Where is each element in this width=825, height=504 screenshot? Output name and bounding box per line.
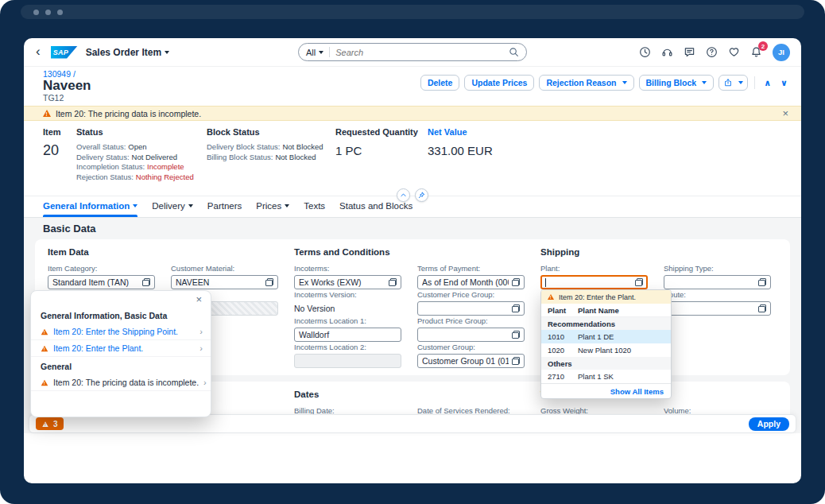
window-control-dot[interactable] (33, 10, 39, 15)
update-prices-button[interactable]: Update Prices (464, 75, 534, 91)
user-avatar[interactable]: JI (773, 44, 790, 61)
net-value-label[interactable]: Net Value (428, 127, 493, 137)
clock-icon[interactable] (639, 46, 651, 58)
suggestion-warning: Item 20: Enter the Plant. (541, 290, 671, 304)
warning-icon (41, 345, 48, 351)
suggestion-group-header: Others (541, 357, 671, 370)
back-button[interactable]: ‹ (33, 45, 43, 60)
notifications-bell-icon[interactable]: 2 (750, 46, 762, 58)
terms-of-payment-input[interactable]: As of End of Month (0004) (417, 275, 525, 289)
facet-block-status: Block Status Delivery Block Status:Not B… (207, 127, 326, 196)
show-all-items-link[interactable]: Show All Items (541, 383, 671, 398)
message-strip-text: Item 20: The pricing data is incomplete. (56, 109, 201, 118)
incoterms-version-text: No Version (294, 301, 401, 313)
product-price-group-input[interactable] (417, 328, 525, 342)
item-category-input[interactable]: Standard Item (TAN) (48, 275, 155, 289)
value-help-icon[interactable] (512, 331, 520, 339)
suggestion-row[interactable]: 1010 Plant 1 DE (541, 330, 671, 343)
navigate-up-button[interactable]: ∧ (761, 78, 773, 88)
section-title: Basic Data (43, 223, 790, 235)
window-control-dot[interactable] (45, 10, 51, 15)
value-help-icon[interactable] (758, 278, 766, 286)
suggestion-group-header: Recommendations (541, 317, 671, 330)
tab-partners[interactable]: Partners (207, 201, 242, 217)
tab-texts[interactable]: Texts (304, 201, 325, 217)
field-label: Item Category: (48, 264, 155, 273)
route-input[interactable] (664, 301, 771, 316)
share-button[interactable] (718, 75, 748, 91)
facet-label: Item (43, 127, 67, 137)
shell-actions: 2 JI (639, 44, 792, 61)
incoterms-input[interactable]: Ex Works (EXW) (294, 275, 401, 289)
headset-icon[interactable] (661, 46, 673, 58)
search-icon[interactable] (509, 47, 519, 57)
value-help-icon[interactable] (758, 304, 766, 312)
collapse-header-button[interactable] (397, 188, 410, 202)
popover-group-header: General (31, 362, 211, 371)
value-help-icon[interactable] (142, 278, 150, 286)
chevron-down-icon (188, 204, 193, 207)
tab-delivery[interactable]: Delivery (152, 201, 193, 217)
status-row: Incompletion Status:Incomplete (76, 162, 197, 173)
feedback-chat-icon[interactable] (684, 46, 695, 58)
search-input[interactable] (335, 48, 503, 57)
delete-button[interactable]: Delete (420, 75, 460, 91)
field-product-price-group: Product Price Group: (417, 316, 525, 343)
facet-label: Block Status (207, 127, 326, 137)
value-help-icon[interactable] (512, 357, 520, 365)
requested-quantity-value: 1 PC (335, 144, 418, 157)
tab-status-and-blocks[interactable]: Status and Blocks (339, 201, 412, 217)
customer-price-group-input[interactable] (417, 301, 525, 316)
billing-block-button[interactable]: Billing Block (639, 75, 715, 91)
field-label: Incoterms: (294, 264, 401, 273)
incoterms-location-1-input[interactable]: Walldorf (294, 328, 401, 342)
close-icon[interactable]: × (192, 293, 205, 306)
customer-group-input[interactable]: Customer Group 01 (01) (417, 354, 525, 368)
chevron-down-icon (165, 51, 169, 54)
popover-group-header: General Information, Basic Data (31, 311, 211, 320)
app-title-menu[interactable]: Sales Order Item (86, 47, 169, 58)
messages-button[interactable]: 3 (36, 417, 64, 430)
pin-header-button[interactable] (415, 188, 428, 202)
status-row: Delivery Block Status:Not Blocked (207, 142, 326, 153)
close-icon[interactable]: × (779, 108, 792, 118)
tab-general-information[interactable]: General Information (43, 201, 138, 217)
status-row: Billing Block Status:Not Blocked (207, 153, 326, 163)
customer-material-input[interactable]: NAVEEN (171, 275, 278, 289)
value-help-icon[interactable] (389, 278, 397, 286)
tab-prices[interactable]: Prices (256, 201, 289, 217)
facet-requested-quantity: Requested Quantity 1 PC (335, 127, 418, 196)
value-help-icon[interactable] (512, 304, 520, 312)
heart-icon[interactable] (728, 46, 740, 58)
field-item-category: Item Category: Standard Item (TAN) (48, 264, 155, 290)
search-scope-label: All (306, 48, 316, 57)
group-title: Shipping (540, 247, 771, 258)
message-item[interactable]: Item 20: Enter the Plant. › (31, 340, 211, 357)
field-incoterms-location-2: Incoterms Location 2: (294, 343, 401, 369)
message-item[interactable]: Item 20: Enter the Shipping Point. › (31, 324, 211, 340)
shipping-type-input[interactable] (664, 275, 771, 289)
suggestion-row[interactable]: 2710 Plant 1 SK (541, 370, 671, 383)
search-scope-select[interactable]: All (306, 48, 323, 57)
group-title: Terms and Conditions (294, 247, 525, 258)
navigate-down-button[interactable]: ∨ (778, 78, 790, 88)
message-item[interactable]: Item 20: The pricing data is incomplete.… (31, 374, 211, 391)
value-help-icon[interactable] (635, 278, 643, 286)
rejection-reason-label: Rejection Reason (546, 78, 616, 87)
apply-button[interactable]: Apply (749, 417, 789, 431)
window-control-dot[interactable] (57, 10, 63, 15)
plant-input[interactable]: Item 20: Enter the Plant. Plant Plant Na… (540, 275, 648, 289)
help-icon[interactable] (706, 46, 718, 58)
shell-search[interactable]: All (298, 43, 527, 61)
value-help-icon[interactable] (265, 278, 273, 286)
field-customer-material: Customer Material: NAVEEN (171, 264, 278, 290)
rejection-reason-button[interactable]: Rejection Reason (539, 75, 633, 91)
app-title-label: Sales Order Item (86, 47, 161, 58)
suggestion-row[interactable]: 1020 New Plant 1020 (541, 343, 671, 357)
facet-item: Item 20 (43, 127, 67, 196)
facet-status: Status Overall Status:Open Delivery Stat… (76, 127, 197, 196)
header-facets: Item 20 Status Overall Status:Open Deliv… (24, 121, 801, 196)
sap-logo[interactable]: SAP (51, 46, 78, 59)
plant-suggestions-popup: Item 20: Enter the Plant. Plant Plant Na… (540, 289, 672, 399)
value-help-icon[interactable] (512, 278, 520, 286)
